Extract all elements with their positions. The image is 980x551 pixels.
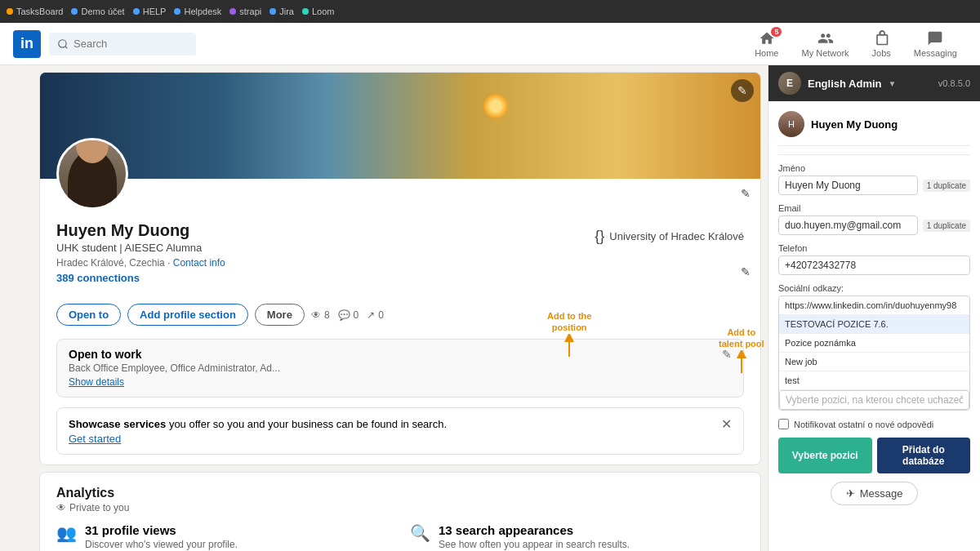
search-appearances-desc: See how often you appear in search resul… <box>439 539 630 550</box>
crm-panel: E English Admin ▼ v0.8.5.0 H Huyen My Du… <box>768 65 980 551</box>
otw-content: Open to work Back Office Employee, Offic… <box>69 348 722 389</box>
profile-stats: 👁 8 💬 0 ↗ 0 <box>311 309 384 321</box>
crm-email-label: Email <box>778 203 970 213</box>
crm-email-input[interactable] <box>778 216 918 235</box>
analytics-section: Analytics 👁 Private to you 👥 31 profile … <box>39 472 761 551</box>
tab-loom[interactable]: Loom <box>302 7 335 16</box>
select-position-button[interactable]: Vyberte pozici <box>778 438 872 473</box>
main-content: ✎ ✎ Huyen My Duong UHK student | AIESEC … <box>0 65 980 551</box>
crm-social-list: https://www.linkedin.com/in/duohuyenmy98… <box>778 295 970 411</box>
avatar-head <box>76 140 109 163</box>
views-stat: 👁 8 <box>311 309 330 321</box>
profile-card: ✎ ✎ Huyen My Duong UHK student | AIESEC … <box>39 72 761 465</box>
crm-phone-input[interactable] <box>778 256 970 275</box>
profile-actions: Open to Add profile section More 👁 8 💬 0… <box>40 297 760 339</box>
profile-title: UHK student | AIESEC Alumna <box>56 242 225 254</box>
cover-image <box>40 73 760 179</box>
crm-name-field: Jméno 1 duplicate <box>778 163 970 195</box>
profile-views-num: 31 profile views <box>85 523 238 537</box>
browser-toolbar: TasksBoard Demo účet HELP Helpdesk strap… <box>0 0 980 23</box>
crm-social-field: Sociální odkazy: https://www.linkedin.co… <box>778 283 970 411</box>
social-item-test[interactable]: test <box>779 371 969 390</box>
crm-email-field: Email 1 duplicate <box>778 203 970 235</box>
nav-my-network[interactable]: My Network <box>791 27 858 61</box>
crm-email-badge: 1 duplicate <box>923 220 970 232</box>
crm-name-label: Jméno <box>778 163 970 173</box>
crm-message-row: ✈ Message <box>778 482 970 505</box>
otw-edit-button[interactable]: ✎ <box>722 348 732 361</box>
crm-btn-row: Vyberte pozici Přidat do databáze <box>778 438 970 473</box>
crm-dropdown-arrow[interactable]: ▼ <box>889 79 897 88</box>
tab-demo[interactable]: Demo účet <box>71 7 124 16</box>
network-icon <box>817 30 834 47</box>
social-item-testovaci[interactable]: TESTOVACÍ POZICE 7.6. <box>779 315 969 334</box>
analytics-profile-views: 👥 31 profile views Discover who's viewed… <box>56 523 390 550</box>
crm-user-avatar: E <box>778 72 801 95</box>
tab-strapi[interactable]: strapi <box>229 7 261 16</box>
get-started-link[interactable]: Get started <box>69 433 121 445</box>
open-to-button[interactable]: Open to <box>56 304 121 326</box>
jobs-icon <box>873 30 889 47</box>
crm-version: v0.8.5.0 <box>938 78 970 88</box>
linkedin-header: in Home 5 My Network Jobs Messaging <box>0 23 980 65</box>
connections-link[interactable]: 389 connections <box>56 272 225 284</box>
analytics-search-appearances: 🔍 13 search appearances See how often yo… <box>410 523 744 550</box>
social-item-linkedin[interactable]: https://www.linkedin.com/in/duohuyenmy98 <box>779 296 969 315</box>
profile-org: {} University of Hradec Králové <box>595 228 744 245</box>
profile-name: Huyen My Duong <box>56 221 225 240</box>
profile-cover: ✎ <box>40 73 760 179</box>
search-input[interactable] <box>74 38 188 50</box>
cover-edit-button[interactable]: ✎ <box>731 79 754 102</box>
add-to-database-button[interactable]: Přidat do databáze <box>877 438 971 473</box>
search-appearances-icon: 🔍 <box>410 523 430 543</box>
crm-notify-row: Notifikovat ostatní o nové odpovědi <box>778 419 970 429</box>
home-badge: 5 <box>771 27 782 37</box>
add-profile-section-button[interactable]: Add profile section <box>127 304 248 326</box>
search-bar[interactable] <box>49 33 196 56</box>
nav-messaging[interactable]: Messaging <box>904 27 967 61</box>
profile-area: ✎ ✎ Huyen My Duong UHK student | AIESEC … <box>0 65 768 551</box>
crm-profile-avatar: H <box>778 111 804 137</box>
tab-help[interactable]: HELP <box>133 7 167 16</box>
social-item-new-job[interactable]: New job <box>779 353 969 371</box>
social-item-pozice[interactable]: Pozice poznámka <box>779 334 969 353</box>
crm-notify-checkbox[interactable] <box>778 419 789 429</box>
search-icon <box>57 38 69 51</box>
crm-notify-label: Notifikovat ostatní o nové odpovědi <box>794 420 933 429</box>
avatar <box>56 138 128 210</box>
more-button[interactable]: More <box>255 304 305 326</box>
nav-home[interactable]: Home 5 <box>745 27 788 61</box>
analytics-subtitle: 👁 Private to you <box>56 502 744 513</box>
showcase-close-button[interactable]: ✕ <box>721 416 732 432</box>
profile-info-edit-button[interactable]: ✎ <box>741 187 751 200</box>
crm-position-select[interactable]: Vyberte pozici, na kterou chcete uchazeč… <box>779 390 969 410</box>
nav-jobs[interactable]: Jobs <box>862 27 901 61</box>
contact-info-link[interactable]: Contact info <box>173 257 225 269</box>
crm-name-input[interactable] <box>778 176 918 195</box>
analytics-title: Analytics <box>56 486 744 500</box>
crm-phone-field: Telefon <box>778 243 970 275</box>
profile-views-icon: 👥 <box>56 523 77 543</box>
crm-profile-row: H Huyen My Duong <box>778 111 970 146</box>
showcase-banner: Showcase services you offer so you and y… <box>56 407 744 455</box>
open-to-work-banner: Open to work Back Office Employee, Offic… <box>56 339 744 398</box>
svg-point-0 <box>59 39 66 47</box>
tab-helpdesk[interactable]: Helpdesk <box>174 7 221 16</box>
analytics-grid: 👥 31 profile views Discover who's viewed… <box>56 523 744 550</box>
tab-tasksboard[interactable]: TasksBoard <box>7 7 63 16</box>
avatar-image <box>59 140 126 207</box>
crm-social-label: Sociální odkazy: <box>778 283 970 293</box>
profile-info: Huyen My Duong UHK student | AIESEC Alum… <box>40 179 760 297</box>
crm-name-badge: 1 duplicate <box>923 180 970 192</box>
header-nav: Home 5 My Network Jobs Messaging <box>745 27 967 61</box>
comments-stat: 💬 0 <box>338 309 359 321</box>
profile-section-edit-button[interactable]: ✎ <box>741 265 751 278</box>
crm-body: H Huyen My Duong Jméno 1 duplicate Email… <box>768 101 980 551</box>
crm-phone-label: Telefon <box>778 243 970 253</box>
show-details-link[interactable]: Show details <box>69 376 124 388</box>
otw-title: Open to work <box>69 348 722 361</box>
profile-views-desc: Discover who's viewed your profile. <box>85 539 238 550</box>
avatar-body <box>68 150 117 207</box>
message-button[interactable]: ✈ Message <box>831 482 919 505</box>
tab-jira[interactable]: Jira <box>270 7 294 16</box>
